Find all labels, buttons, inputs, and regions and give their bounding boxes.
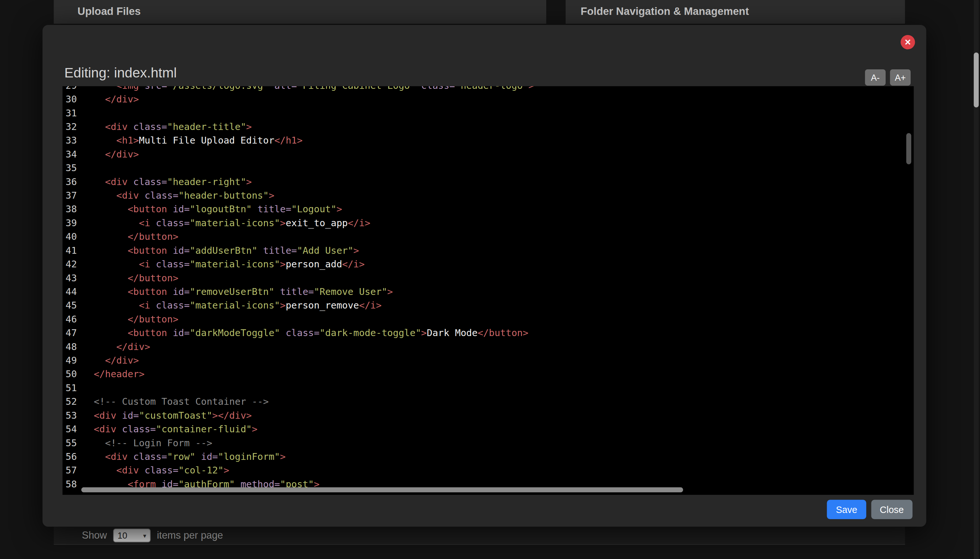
code-line: 39 <i class="material-icons">exit_to_app…	[63, 216, 914, 230]
token-tag: <button	[128, 204, 167, 215]
token-str: "addUserBtn"	[190, 245, 257, 256]
token-tag: <img	[116, 86, 139, 91]
token-ws	[94, 176, 105, 188]
editor-horizontal-scrollbar-thumb[interactable]	[81, 487, 684, 492]
token-tag: </i>	[342, 259, 365, 270]
items-per-page-select[interactable]: 10 ▾	[113, 529, 151, 542]
editor-horizontal-scrollbar[interactable]	[63, 487, 914, 493]
token-str: "dark-mode-toggle"	[319, 327, 421, 339]
line-number: 54	[63, 422, 77, 436]
code-line-content: <div id="customToast"></div>	[94, 408, 252, 422]
line-number: 40	[63, 230, 77, 243]
token-tag: </button>	[477, 327, 528, 339]
token-tag: <i	[139, 300, 150, 311]
code-line-content: <i class="material-icons">exit_to_app</i…	[94, 216, 370, 230]
token-attr: class=	[150, 217, 190, 229]
token-ws	[94, 86, 116, 91]
code-line-content: <button id="logoutBtn" title="Logout">	[94, 203, 342, 216]
pagination-show-label: Show	[82, 530, 107, 541]
token-attr: id=	[195, 451, 218, 462]
token-tag: <div	[105, 176, 128, 188]
token-ws	[94, 286, 127, 298]
code-editor[interactable]: 29 <img src="/assets/logo.svg" alt="Fili…	[63, 86, 914, 495]
token-str: "material-icons"	[190, 259, 280, 270]
token-attr: class=	[128, 121, 167, 132]
save-button[interactable]: Save	[827, 500, 866, 519]
token-tag: <i	[139, 217, 150, 229]
token-ws	[94, 451, 105, 462]
panel-title-upload-files: Upload Files	[78, 5, 141, 18]
token-tag: >	[528, 86, 534, 91]
token-attr: title=	[257, 245, 297, 256]
font-decrease-button[interactable]: A-	[865, 69, 886, 86]
code-line: 54<div class="container-fluid">	[63, 422, 914, 436]
token-ws	[94, 300, 139, 311]
token-tag: <h1>	[116, 135, 139, 146]
token-str: "container-fluid"	[156, 423, 252, 435]
token-tag: >	[280, 300, 286, 311]
code-line-content: </button>	[94, 230, 178, 243]
code-line-content: <i class="material-icons">person_add</i>	[94, 257, 365, 271]
screen: Upload Files Folder Navigation & Managem…	[0, 0, 980, 559]
token-tag: </i>	[359, 300, 382, 311]
token-attr: id=	[167, 204, 190, 215]
code-line: 50</header>	[63, 367, 914, 381]
token-ws	[94, 135, 116, 146]
token-tag: <button	[128, 245, 167, 256]
code-line: 53<div id="customToast"></div>	[63, 408, 914, 422]
code-line: 36 <div class="header-right">	[63, 175, 914, 189]
token-attr: class=	[150, 300, 190, 311]
page-scrollbar-thumb[interactable]	[974, 53, 979, 108]
token-tag: >	[269, 190, 274, 201]
token-attr: class=	[139, 465, 178, 476]
token-com: <!-- Login Form -->	[105, 437, 212, 449]
token-ws	[94, 327, 127, 339]
token-attr: class=	[116, 423, 156, 435]
token-ws	[94, 355, 105, 366]
token-str: "header-right"	[167, 176, 247, 188]
code-line: 47 <button id="darkModeToggle" class="da…	[63, 326, 914, 340]
editor-vertical-scrollbar-thumb[interactable]	[906, 133, 911, 164]
token-str: "Remove User"	[314, 286, 387, 298]
code-line-content: </div>	[94, 354, 139, 367]
token-attr: class=	[416, 86, 455, 91]
line-number: 36	[63, 175, 77, 189]
modal-close-icon[interactable]: ✕	[901, 35, 915, 49]
token-str: "darkModeToggle"	[190, 327, 280, 339]
token-str: "material-icons"	[190, 300, 280, 311]
code-line-content: <!-- Login Form -->	[94, 436, 212, 450]
code-line-content: </header>	[94, 367, 145, 381]
token-tag: <div	[116, 190, 139, 201]
token-ws	[94, 245, 127, 256]
line-number: 51	[63, 381, 77, 395]
code-line-content: <div class="row" id="loginForm">	[94, 450, 286, 463]
token-ws	[94, 437, 105, 449]
font-increase-button[interactable]: A+	[890, 69, 910, 86]
line-number: 41	[63, 244, 77, 257]
token-ws	[94, 231, 127, 242]
line-number: 31	[63, 106, 77, 120]
token-tag: </button>	[128, 273, 179, 284]
page-scrollbar[interactable]	[974, 0, 979, 559]
token-str: "Add User"	[297, 245, 353, 256]
token-str: "loginForm"	[218, 451, 280, 462]
editor-vertical-scrollbar[interactable]	[906, 86, 912, 495]
code-line-content: <button id="darkModeToggle" class="dark-…	[94, 326, 528, 340]
token-str: "header-buttons"	[178, 190, 269, 201]
close-button[interactable]: Close	[871, 500, 912, 519]
modal-title: Editing: index.html	[65, 65, 177, 81]
token-tag: >	[353, 245, 359, 256]
items-per-page-value: 10	[118, 531, 127, 541]
line-number: 34	[63, 147, 77, 161]
token-str: "customToast"	[139, 410, 212, 421]
code-line-content: <img src="/assets/logo.svg" alt="Filing …	[94, 86, 534, 93]
token-ws	[94, 149, 105, 160]
line-number: 43	[63, 271, 77, 285]
code-line: 33 <h1>Multi File Upload Editor</h1>	[63, 134, 914, 147]
token-ws	[94, 273, 127, 284]
code-line-content: </button>	[94, 271, 178, 285]
token-tag: </h1>	[274, 135, 303, 146]
line-number: 33	[63, 134, 77, 147]
token-tag: <div	[105, 451, 128, 462]
token-tag: <button	[128, 286, 167, 298]
